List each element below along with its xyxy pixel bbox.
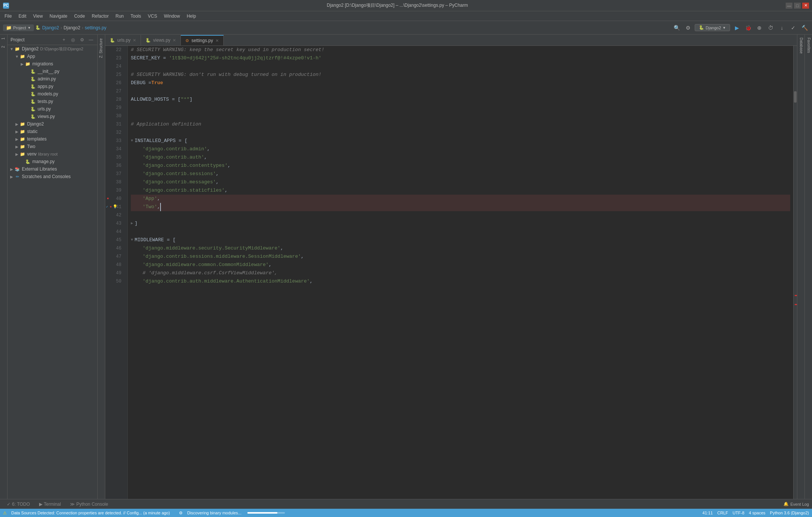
- tree-django2-folder[interactable]: ▶ 📁 Django2: [8, 120, 97, 128]
- tree-templates[interactable]: ▶ 📁 templates: [8, 135, 97, 143]
- tab-close-icon[interactable]: ✕: [173, 38, 176, 43]
- code-text: ]: [189, 95, 192, 104]
- code-line-24: [131, 62, 790, 71]
- code-text: [131, 195, 142, 203]
- status-position[interactable]: 41:11: [703, 511, 713, 515]
- tree-arrow-icon: ▶: [9, 167, 14, 171]
- run-config-label: Django2: [706, 26, 721, 30]
- side-tab-1[interactable]: 1: [0, 35, 7, 43]
- tree-root-django2[interactable]: ▼ 📁 Django2 D:\Django项目\Django2: [8, 45, 97, 53]
- gutter-41: ✓ ● 💡 41: [105, 203, 124, 211]
- tab-settings[interactable]: ⚙ settings.py ✕: [181, 35, 223, 45]
- profile-button[interactable]: ⏱: [766, 23, 775, 32]
- fold-arrow-33[interactable]: ▼: [131, 137, 133, 145]
- code-text: 'django.contrib.auth': [142, 153, 204, 162]
- tree-urls-app[interactable]: 🐍 urls.py: [8, 105, 97, 113]
- tree-label: venv: [27, 151, 36, 157]
- scratch-icon: ✏: [14, 174, 20, 180]
- status-encoding[interactable]: UTF-8: [733, 511, 744, 515]
- tree-models[interactable]: 🐍 models.py: [8, 90, 97, 98]
- scrollbar-thumb[interactable]: [794, 91, 797, 103]
- status-indent[interactable]: 4 spaces: [749, 511, 765, 515]
- favorites-tab[interactable]: Favorites: [805, 35, 812, 56]
- project-dropdown[interactable]: 📁 Project ▼: [3, 24, 34, 31]
- tree-external-libs[interactable]: ▶ 📚 External Libraries: [8, 165, 97, 173]
- tree-scratches[interactable]: ▶ ✏ Scratches and Consoles: [8, 173, 97, 180]
- scroll-to-file-button[interactable]: ◎: [70, 36, 76, 43]
- maximize-button[interactable]: □: [794, 3, 801, 9]
- tree-tests[interactable]: 🐍 tests.py: [8, 98, 97, 105]
- scrollbar-track[interactable]: [793, 46, 797, 499]
- status-python[interactable]: Python 3.6 (Django2): [770, 511, 809, 515]
- breadcrumb-django2[interactable]: Django2: [42, 25, 59, 30]
- tree-label: apps.py: [38, 84, 53, 89]
- new-file-button[interactable]: +: [61, 36, 67, 43]
- menu-tools[interactable]: Tools: [127, 13, 144, 20]
- run-config-dropdown[interactable]: 🐍 Django2 ▼: [695, 24, 730, 31]
- tab-close-icon[interactable]: ✕: [215, 38, 219, 43]
- run-button[interactable]: ▶: [732, 23, 741, 32]
- vcs-update-button[interactable]: ↓: [777, 23, 786, 32]
- gutter-49: 49: [105, 269, 124, 277]
- gutter-43: 43: [105, 219, 124, 228]
- menu-edit[interactable]: Edit: [15, 13, 29, 20]
- breadcrumb-folder[interactable]: Django2: [64, 25, 80, 30]
- minimize-button[interactable]: —: [786, 3, 792, 9]
- settings-tree-button[interactable]: ⚙: [79, 36, 85, 43]
- database-tab[interactable]: Database: [797, 35, 804, 57]
- tree-init[interactable]: 🐍 __init__.py: [8, 68, 97, 75]
- tree-admin[interactable]: 🐍 admin.py: [8, 75, 97, 83]
- tree-static[interactable]: ▶ 📁 static: [8, 128, 97, 135]
- bottom-tab-python-console[interactable]: ≫ Python Console: [66, 501, 112, 508]
- settings-icon[interactable]: ⚙: [683, 23, 692, 32]
- gutter-29: 29: [105, 104, 124, 112]
- code-content[interactable]: # SECURITY WARNING: keep the secret key …: [128, 46, 793, 499]
- search-icon[interactable]: 🔍: [672, 23, 681, 32]
- menu-help[interactable]: Help: [184, 13, 199, 20]
- gutter-28: 28: [105, 95, 124, 104]
- side-tab-2[interactable]: 2: [0, 43, 7, 51]
- menu-navigate[interactable]: Navigate: [47, 13, 70, 20]
- tree-venv[interactable]: ▶ 📁 venv library root: [8, 150, 97, 158]
- bottom-tab-terminal[interactable]: ▶ Terminal: [35, 501, 65, 508]
- status-crlf[interactable]: CRLF: [717, 511, 728, 515]
- tree-views-app[interactable]: 🐍 views.py: [8, 113, 97, 120]
- fold-arrow-45[interactable]: ▼: [131, 236, 133, 244]
- menu-vcs[interactable]: VCS: [145, 13, 160, 20]
- menu-run[interactable]: Run: [112, 13, 127, 20]
- tab-bar: 🐍 urls.py ✕ 🐍 views.py ✕ ⚙ settings.py ✕: [105, 35, 797, 46]
- structure-tab[interactable]: Z: Structure: [98, 35, 105, 62]
- vcs-commit-button[interactable]: ✓: [789, 23, 798, 32]
- code-text: SECRET_KEY =: [131, 54, 169, 62]
- tab-close-icon[interactable]: ✕: [133, 38, 136, 43]
- coverage-button[interactable]: ⊕: [755, 23, 764, 32]
- tree-migrations[interactable]: ▶ 📁 migrations: [8, 60, 97, 68]
- menu-view[interactable]: View: [30, 13, 46, 20]
- tree-label: templates: [27, 136, 47, 142]
- close-button[interactable]: ✕: [802, 3, 809, 9]
- tree-manage[interactable]: 🐍 manage.py: [8, 158, 97, 165]
- menu-code[interactable]: Code: [71, 13, 88, 20]
- status-right: 41:11 CRLF UTF-8 4 spaces Python 3.6 (Dj…: [703, 511, 809, 515]
- tab-views[interactable]: 🐍 views.py ✕: [141, 35, 181, 45]
- build-button[interactable]: 🔨: [800, 23, 809, 32]
- collapse-tree-button[interactable]: —: [88, 36, 94, 43]
- tree-app[interactable]: ▼ 📁 App: [8, 53, 97, 60]
- window-controls[interactable]: — □ ✕: [786, 3, 809, 9]
- breadcrumb-file[interactable]: settings.py: [85, 25, 106, 30]
- tab-urls[interactable]: 🐍 urls.py ✕: [105, 35, 141, 45]
- folder-icon: 📁: [20, 136, 26, 142]
- fold-arrow-43[interactable]: ▶: [131, 219, 133, 228]
- event-log-label[interactable]: Event Log: [790, 502, 809, 506]
- menu-bar: File Edit View Navigate Code Refactor Ru…: [0, 11, 812, 21]
- debug-button[interactable]: 🐞: [744, 23, 753, 32]
- menu-window[interactable]: Window: [161, 13, 183, 20]
- tree-apps[interactable]: 🐍 apps.py: [8, 83, 97, 90]
- bottom-tab-todo[interactable]: ✓ 6: TODO: [3, 501, 34, 508]
- menu-refactor[interactable]: Refactor: [89, 13, 112, 20]
- gutter-39: 39: [105, 186, 124, 195]
- menu-file[interactable]: File: [2, 13, 15, 20]
- tree-two[interactable]: ▶ 📁 Two: [8, 143, 97, 150]
- tab-label: views.py: [153, 38, 170, 43]
- code-editor[interactable]: 22 23 24 25 26 27 28 29 30 31 32 33 34 3…: [105, 46, 797, 499]
